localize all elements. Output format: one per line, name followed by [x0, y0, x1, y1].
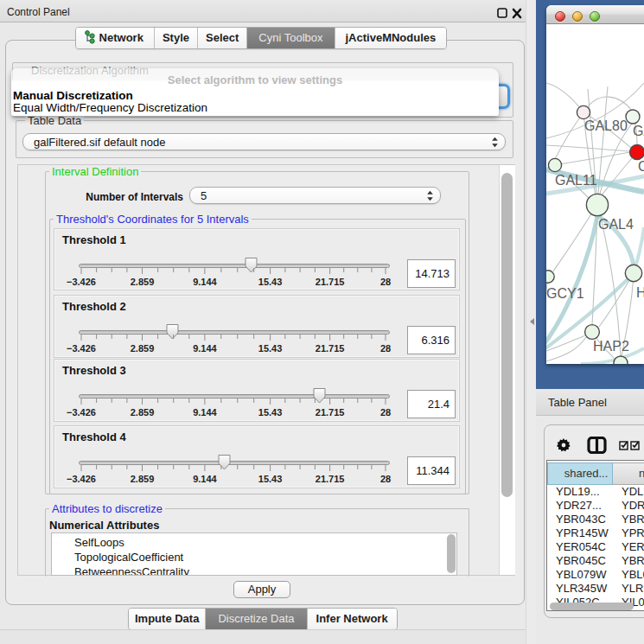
svg-text:C: C — [638, 159, 644, 174]
svg-text:GAL4: GAL4 — [598, 217, 634, 232]
svg-text:GAL11: GAL11 — [555, 173, 597, 188]
svg-text:GAL80: GAL80 — [584, 118, 628, 133]
svg-text:GA: GA — [633, 124, 644, 138]
svg-text:HAP2: HAP2 — [593, 339, 629, 354]
svg-text:H: H — [636, 285, 644, 300]
svg-text:GCY1: GCY1 — [546, 286, 584, 301]
